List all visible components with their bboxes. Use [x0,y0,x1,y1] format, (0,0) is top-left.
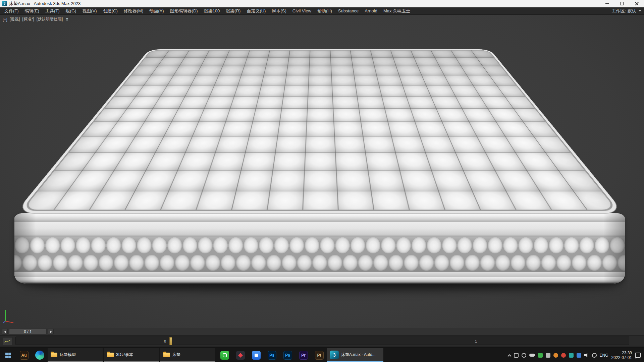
3dsmax-app-icon-glyph: 3 [4,2,6,5]
green-app-icon [220,351,229,360]
3dsmax-glyph: 3 [333,352,336,358]
world-axis-gizmo [2,306,17,324]
workspace-selector[interactable]: 工作区: 默认 [611,8,644,14]
time-slider-handle[interactable]: 0 / 1 [9,329,47,335]
menu-item-arnold[interactable]: Arnold [362,7,380,14]
painter-icon: Pt [315,351,324,360]
perspective-viewport[interactable]: [+] [透视] [标准*] [默认明暗处理] [0,15,644,328]
menu-item-create[interactable]: 创建(C) [100,7,121,14]
tray-icon-4[interactable] [546,353,550,358]
frame-tick-1: 1 [475,339,477,343]
taskbar-item-blue-app[interactable] [248,348,264,362]
tray-icon-3[interactable] [538,353,543,358]
menu-item-customize[interactable]: 自定义(U) [244,7,269,14]
taskbar-window-label: 3D记事本 [116,352,133,358]
menu-item-file[interactable]: 文件(F) [1,7,22,14]
system-tray: ENG 23:39 2022-07-01 [508,348,644,362]
close-icon [635,1,639,6]
per-view-filter-icon[interactable] [65,18,69,21]
taskbar-item-audition[interactable]: Au [16,348,32,362]
previous-frame-button[interactable] [2,329,8,335]
taskbar: Au 床垫模型 3D记事本 床垫 Ps Ps [0,348,644,362]
menu-item-graph-editors[interactable]: 图形编辑器(D) [167,7,201,14]
menu-bar: 文件(F) 编辑(E) 工具(T) 组(G) 视图(V) 创建(C) 修改器(M… [0,7,644,15]
taskbar-window-folder-mattress[interactable]: 床垫 [160,348,215,362]
maximize-icon [620,2,624,5]
taskbar-window-folder-mattress-models[interactable]: 床垫模型 [48,348,103,362]
taskbar-item-photoshop-2[interactable]: Ps [280,348,296,362]
workspace-label: 工作区: [611,8,626,14]
minimize-icon [605,3,609,4]
keyframe-marker[interactable] [169,337,172,345]
taskbar-item-photoshop[interactable]: Ps [264,348,280,362]
start-button[interactable] [0,348,16,362]
arrow-left-icon [4,330,6,333]
folder-icon [107,353,114,357]
taskbar-window-label: 床垫 [172,352,180,358]
premiere-icon: Pr [299,351,308,360]
viewport-shading-menu[interactable]: [默认明暗处理] [37,16,63,22]
audition-icon: Au [20,351,29,360]
tray-icon-2[interactable] [522,353,526,358]
taskbar-window-3dsmax[interactable]: 3 床垫A.max - Auto... [327,348,383,362]
next-frame-button[interactable] [48,329,54,335]
taskbar-window-folder-3d-notes[interactable]: 3D记事本 [104,348,159,362]
close-button[interactable] [629,0,644,7]
window-title: 床垫A.max - Autodesk 3ds Max 2023 [9,1,80,7]
painter-glyph: Pt [317,353,321,358]
menu-item-modifiers[interactable]: 修改器(M) [121,7,147,14]
menu-item-animation[interactable]: 动画(A) [146,7,167,14]
taskbar-item-edge[interactable] [32,348,48,362]
desktop-screen: 3 床垫A.max - Autodesk 3ds Max 2023 文件(F) … [0,0,644,362]
action-center-icon[interactable] [635,353,641,358]
tray-expand-chevron-icon[interactable] [507,354,511,358]
menu-item-help[interactable]: 帮助(H) [314,7,335,14]
tray-icon-7[interactable] [569,353,574,358]
menu-item-civil-view[interactable]: Civil View [289,7,314,14]
language-indicator[interactable]: ENG [600,353,608,358]
photoshop-icon: Ps [268,351,276,360]
photoshop-glyph: Ps [269,353,274,358]
tray-icon-1[interactable] [514,353,519,358]
photoshop-icon: Ps [283,351,292,360]
taskbar-window-label: 床垫模型 [60,352,76,358]
volume-icon[interactable] [584,353,589,358]
menu-item-edit[interactable]: 编辑(E) [22,7,42,14]
menu-item-tools[interactable]: 工具(T) [42,7,63,14]
mini-curve-editor-button[interactable] [3,337,13,345]
mattress-bottom-piping [14,277,625,284]
taskbar-clock[interactable]: 23:39 2022-07-01 [611,351,632,360]
taskbar-item-dictionary-app[interactable] [232,348,248,362]
tray-cloud-icon[interactable] [529,354,535,357]
track-bar-ruler[interactable] [15,337,629,345]
tray-icon-8[interactable] [577,353,581,358]
photoshop-glyph: Ps [285,353,290,358]
menu-item-views[interactable]: 视图(V) [79,7,100,14]
tray-icon-6[interactable] [561,353,566,358]
tray-icon-9[interactable] [592,353,597,358]
menu-item-render100[interactable]: 渲染100 [201,7,223,14]
premiere-glyph: Pr [301,353,306,358]
taskbar-item-painter[interactable]: Pt [311,348,327,362]
viewport-plus-menu[interactable]: [+] [3,17,7,22]
tray-icon-5[interactable] [553,353,558,358]
menu-item-group[interactable]: 组(G) [63,7,79,14]
time-slider-row: 0 / 1 [0,328,644,335]
mattress-quilted-top[interactable] [14,49,625,214]
taskbar-item-premiere[interactable]: Pr [296,348,311,362]
clock-time: 23:39 [611,351,632,355]
maximize-button[interactable] [614,0,629,7]
windows-logo-icon [5,353,11,358]
folder-icon [51,353,57,357]
viewport-render-preset-menu[interactable]: [标准*] [22,16,34,22]
taskbar-item-green-app[interactable] [217,348,232,362]
minimize-button[interactable] [600,0,614,7]
menu-item-max-antivirus[interactable]: Max 杀毒卫士 [380,7,413,14]
menu-item-substance[interactable]: Substance [335,7,362,14]
viewport-pov-menu[interactable]: [透视] [10,16,20,22]
menu-item-rendering[interactable]: 渲染(R) [223,7,244,14]
frame-tick-0: 0 [164,339,166,343]
axis-z-blue [3,321,5,323]
menu-item-scripting[interactable]: 脚本(S) [269,7,289,14]
edge-browser-icon [35,351,44,360]
